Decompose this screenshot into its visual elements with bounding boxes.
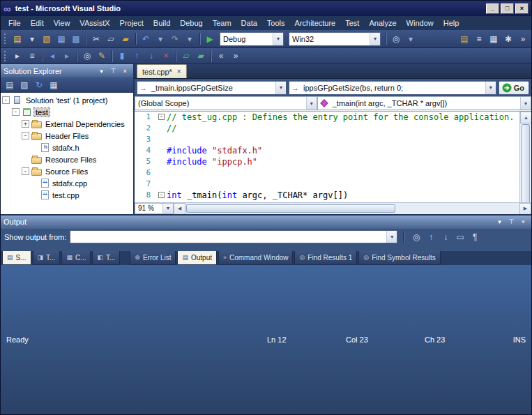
navigate-backward-icon[interactable]: ◂ <box>45 50 59 63</box>
output-header[interactable]: Output ▾⊤× <box>1 216 531 229</box>
code-line-9[interactable]: 9{ <box>135 201 519 202</box>
collapse-icon[interactable]: - <box>2 96 10 104</box>
menu-item-file[interactable]: File <box>3 17 26 29</box>
new-item-dropdown-icon[interactable]: ▾ <box>25 32 39 45</box>
va-outline-icon[interactable]: ≡ <box>25 50 39 63</box>
menu-item-debug[interactable]: Debug <box>175 17 207 29</box>
fold-collapse-icon[interactable]: - <box>158 114 165 120</box>
panel-tab-error-list[interactable]: ⊗Error List <box>130 251 176 265</box>
new-item-icon[interactable]: ▤ <box>10 32 24 45</box>
tree-item-external-dependencies[interactable]: +External Dependencies <box>1 118 133 130</box>
code-line-5[interactable]: 5#include "ippcp.h" <box>135 156 519 167</box>
tree-item-stdafx-h[interactable]: stdafx.h <box>1 142 133 153</box>
toolbox-icon[interactable]: ▦ <box>487 32 501 45</box>
show-all-files-icon[interactable]: ▨ <box>17 78 31 91</box>
scroll-right-icon[interactable]: ▶ <box>519 203 531 215</box>
decrease-indent-icon[interactable]: « <box>214 50 228 63</box>
panel-tab-output[interactable]: ▤Output <box>177 251 217 265</box>
menu-item-view[interactable]: View <box>49 17 75 29</box>
toggle-bookmark-icon[interactable]: ▮ <box>115 50 129 63</box>
find-in-files-icon[interactable]: ◎ <box>389 32 403 45</box>
chevron-down-icon[interactable]: ▾ <box>273 33 283 45</box>
next-bookmark-icon[interactable]: ↓ <box>144 50 158 63</box>
panel-tab-find-symbol-results[interactable]: ◎Find Symbol Results <box>358 251 441 265</box>
navigate-forward-icon[interactable]: ▸ <box>60 50 74 63</box>
cut-icon[interactable]: ✂ <box>89 32 103 45</box>
chevron-down-icon[interactable]: ▾ <box>275 82 286 94</box>
chevron-down-icon[interactable]: ▾ <box>520 97 531 110</box>
code-editor[interactable]: 1-// test_ug.cpp : Defines the entry poi… <box>135 112 519 202</box>
va-context-combo[interactable]: → _tmain.ippsGFpGetSize ▾ <box>137 81 287 95</box>
menu-item-data[interactable]: Data <box>236 17 262 29</box>
vertical-scrollbar[interactable]: ▲ ▼ <box>519 112 531 202</box>
minimize-button[interactable]: _ <box>486 3 499 14</box>
word-wrap-icon[interactable]: ¶ <box>468 230 482 243</box>
refresh-icon[interactable]: ↻ <box>32 78 46 91</box>
scroll-left-icon[interactable]: ◀ <box>174 203 185 215</box>
chevron-down-icon[interactable]: ▾ <box>162 204 173 213</box>
find-options-dropdown-icon[interactable]: ▾ <box>404 32 418 45</box>
solution-platforms-combo[interactable]: Win32 ▾ <box>289 32 381 46</box>
menu-item-vassistx[interactable]: VAssistX <box>75 17 114 29</box>
code-line-2[interactable]: 2// <box>135 123 519 134</box>
horizontal-scroll-thumb[interactable] <box>186 204 395 213</box>
chevron-down-icon[interactable]: ▾ <box>370 33 380 45</box>
tree-item-solution-test-1-project[interactable]: -Solution 'test' (1 project) <box>1 94 133 106</box>
clear-bookmarks-icon[interactable]: × <box>159 50 173 63</box>
window-position-icon[interactable]: ▾ <box>494 217 505 227</box>
redo-icon[interactable]: ↷ <box>168 32 182 45</box>
properties-window-icon[interactable]: ≡ <box>472 32 486 45</box>
tool-window-tab-property-manager[interactable]: ◧T... <box>92 251 120 265</box>
scroll-up-icon[interactable]: ▲ <box>520 112 532 123</box>
panel-tab-command-window[interactable]: »Command Window <box>218 251 294 265</box>
fold-collapse-icon[interactable]: - <box>158 192 165 198</box>
auto-hide-pin-icon[interactable]: ⊤ <box>506 217 517 227</box>
open-file-icon[interactable]: ▧ <box>40 32 54 45</box>
menu-item-test[interactable]: Test <box>340 17 364 29</box>
redo-dropdown-icon[interactable]: ▾ <box>183 32 197 45</box>
previous-bookmark-icon[interactable]: ↑ <box>130 50 144 63</box>
properties-icon[interactable]: ▤ <box>3 78 17 91</box>
panel-tab-find-results-1[interactable]: ◎Find Results 1 <box>294 251 357 265</box>
chevron-down-icon[interactable]: ▾ <box>485 82 496 94</box>
tool-window-tab-class-view[interactable]: ▦C... <box>61 251 91 265</box>
menu-item-build[interactable]: Build <box>149 17 175 29</box>
chevron-down-icon[interactable]: ▾ <box>386 231 397 243</box>
display-objects-icon[interactable]: ▸ <box>10 50 24 63</box>
code-line-3[interactable]: 3 <box>135 134 519 145</box>
scope-combo[interactable]: (Global Scope) ▾ <box>135 96 317 110</box>
uncomment-selection-icon[interactable]: ▰ <box>194 50 208 63</box>
extension-manager-icon[interactable]: ✱ <box>501 32 515 45</box>
toolbar-drag-grip[interactable] <box>4 51 6 61</box>
menu-item-window[interactable]: Window <box>402 17 439 29</box>
tree-item-source-files[interactable]: -Source Files <box>1 165 133 177</box>
menu-item-tools[interactable]: Tools <box>262 17 290 29</box>
start-debugging-icon[interactable]: ▶ <box>203 32 217 45</box>
collapse-icon[interactable]: - <box>22 132 29 139</box>
tool-window-tab-team-explorer[interactable]: ◨T... <box>33 251 61 265</box>
go-to-next-message-icon[interactable]: ↓ <box>439 230 453 243</box>
auto-hide-pin-icon[interactable]: ⊤ <box>108 66 119 76</box>
edit-symbol-icon[interactable]: ✎ <box>95 50 109 63</box>
save-icon[interactable]: ▦ <box>54 32 68 45</box>
clear-all-icon[interactable]: ▭ <box>453 230 467 243</box>
code-line-8[interactable]: 8-int _tmain(int argc, _TCHAR* argv[]) <box>135 190 519 201</box>
close-icon[interactable]: × <box>518 217 529 227</box>
find-message-icon[interactable]: ◎ <box>409 230 423 243</box>
toolbar-drag-grip[interactable] <box>4 33 6 44</box>
collapse-icon[interactable]: - <box>22 167 29 175</box>
tree-item-test-cpp[interactable]: test.cpp <box>1 189 133 201</box>
view-class-diagram-icon[interactable]: ▦ <box>47 78 61 91</box>
save-all-icon[interactable]: ▩ <box>69 32 83 45</box>
code-line-7[interactable]: 7 <box>135 179 519 190</box>
tree-item-test[interactable]: -test <box>1 106 133 118</box>
comment-selection-icon[interactable]: ▱ <box>179 50 193 63</box>
menu-item-edit[interactable]: Edit <box>26 17 49 29</box>
menu-item-architecture[interactable]: Architecture <box>290 17 341 29</box>
toolbar-options-icon[interactable]: » <box>516 32 530 45</box>
close-icon[interactable]: × <box>177 68 181 75</box>
solution-explorer-header[interactable]: Solution Explorer ▾⊤× <box>1 64 133 77</box>
go-button[interactable]: Go <box>499 81 529 95</box>
va-definition-combo[interactable]: → ippsGFpGetSize(bs, return 0; ▾ <box>289 81 496 95</box>
menu-item-analyze[interactable]: Analyze <box>364 17 401 29</box>
